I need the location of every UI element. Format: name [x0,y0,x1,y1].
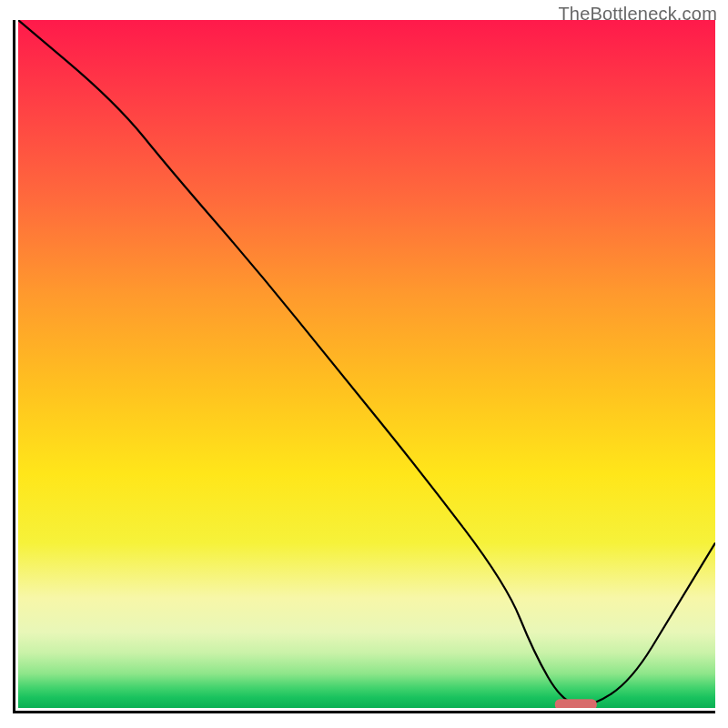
plot-area [13,20,715,713]
optimal-marker [555,699,597,708]
bottleneck-curve [18,20,715,705]
chart-overlay [18,20,715,708]
